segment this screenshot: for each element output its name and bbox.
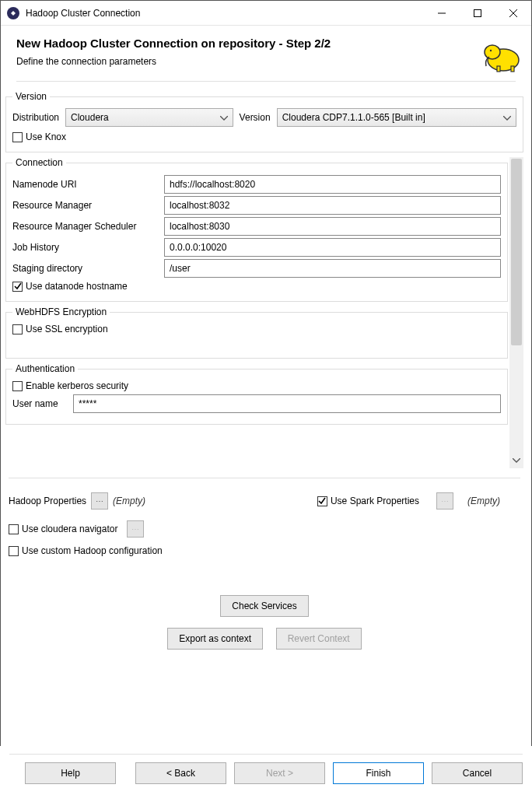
- page-subtitle: Define the connection parameters: [16, 56, 516, 67]
- hadoop-properties-button[interactable]: ⋯: [91, 492, 108, 510]
- staging-directory-label: Staging directory: [12, 263, 164, 274]
- check-services-button[interactable]: Check Services: [220, 595, 308, 617]
- username-label: User name: [12, 398, 67, 409]
- back-button[interactable]: < Back: [135, 762, 226, 784]
- scroll-down-icon[interactable]: [509, 454, 523, 467]
- svg-point-5: [485, 45, 500, 59]
- svg-point-6: [490, 50, 492, 51]
- cancel-button[interactable]: Cancel: [432, 762, 523, 784]
- job-history-input[interactable]: [164, 238, 501, 257]
- spark-properties-button[interactable]: ⋯: [436, 492, 453, 510]
- username-input[interactable]: [73, 394, 501, 413]
- webhdfs-group: WebHDFS Encryption Use SSL encryption: [5, 306, 508, 359]
- use-datanode-hostname-checkbox[interactable]: Use datanode hostname: [12, 281, 128, 292]
- help-button[interactable]: Help: [25, 762, 116, 784]
- connection-legend: Connection: [12, 157, 66, 168]
- distribution-select[interactable]: Cloudera: [65, 108, 233, 127]
- authentication-group: Authentication Enable kerberos security …: [5, 363, 508, 425]
- app-icon: [7, 7, 19, 19]
- minimize-button[interactable]: [424, 1, 460, 25]
- close-button[interactable]: [495, 1, 531, 25]
- distribution-label: Distribution: [12, 112, 59, 123]
- svg-rect-7: [497, 66, 500, 72]
- title-bar: Hadoop Cluster Connection: [1, 1, 531, 26]
- chevron-down-icon: [503, 112, 511, 123]
- version-legend: Version: [12, 91, 50, 102]
- job-history-label: Job History: [12, 242, 164, 253]
- export-as-context-button[interactable]: Export as context: [167, 628, 263, 650]
- version-group: Version Distribution Cloudera Version Cl…: [5, 91, 523, 152]
- version-label: Version: [240, 112, 271, 123]
- namenode-input[interactable]: [164, 175, 501, 194]
- scrollbar[interactable]: [509, 157, 523, 468]
- use-cloudera-navigator-checkbox[interactable]: Use cloudera navigator: [9, 524, 117, 534]
- hadoop-properties-empty: (Empty): [113, 496, 145, 506]
- webhdfs-legend: WebHDFS Encryption: [12, 306, 110, 317]
- connection-group: Connection Namenode URI Resource Manager…: [5, 157, 508, 302]
- version-value: Cloudera CDP7.1.1.0-565 [Built in]: [282, 112, 425, 123]
- resource-manager-input[interactable]: [164, 196, 501, 215]
- wizard-header: New Hadoop Cluster Connection on reposit…: [1, 26, 531, 86]
- svg-rect-8: [511, 66, 514, 72]
- cloudera-navigator-button[interactable]: ⋯: [127, 520, 144, 538]
- revert-context-button[interactable]: Revert Context: [276, 628, 362, 650]
- chevron-down-icon: [220, 112, 228, 123]
- use-ssl-checkbox[interactable]: Use SSL encryption: [12, 324, 108, 334]
- version-select[interactable]: Cloudera CDP7.1.1.0-565 [Built in]: [277, 108, 516, 127]
- distribution-value: Cloudera: [71, 112, 109, 123]
- scrollbar-thumb[interactable]: [511, 159, 522, 345]
- enable-kerberos-checkbox[interactable]: Enable kerberos security: [12, 380, 128, 391]
- use-spark-properties-checkbox[interactable]: Use Spark Properties: [317, 496, 419, 506]
- finish-button[interactable]: Finish: [333, 762, 424, 784]
- page-title: New Hadoop Cluster Connection on reposit…: [16, 37, 516, 50]
- authentication-legend: Authentication: [12, 363, 78, 374]
- hadoop-properties-label: Hadoop Properties: [9, 496, 86, 506]
- spark-properties-empty: (Empty): [467, 496, 500, 506]
- use-custom-hadoop-config-checkbox[interactable]: Use custom Hadoop configuration: [9, 545, 163, 556]
- resource-manager-label: Resource Manager: [12, 200, 164, 211]
- wizard-footer: Help < Back Next > Finish Cancel: [0, 746, 532, 795]
- namenode-label: Namenode URI: [12, 179, 164, 190]
- use-knox-checkbox[interactable]: Use Knox: [12, 131, 66, 142]
- resource-manager-scheduler-input[interactable]: [164, 217, 501, 236]
- window-title: Hadoop Cluster Connection: [26, 8, 424, 19]
- svg-rect-1: [474, 9, 481, 16]
- hadoop-elephant-icon: [480, 37, 523, 76]
- staging-directory-input[interactable]: [164, 259, 501, 278]
- next-button[interactable]: Next >: [234, 762, 325, 784]
- maximize-button[interactable]: [460, 1, 495, 25]
- resource-manager-scheduler-label: Resource Manager Scheduler: [12, 221, 164, 232]
